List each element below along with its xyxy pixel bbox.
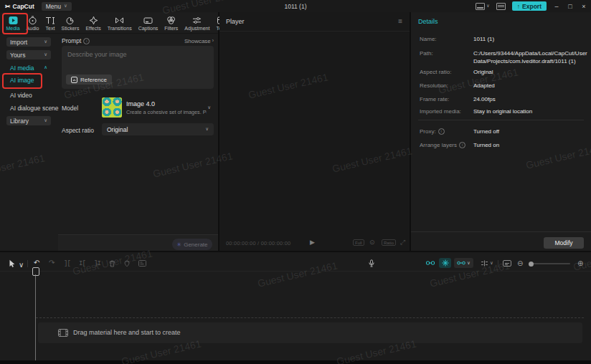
resolution-badge[interactable]: Full <box>353 239 364 246</box>
main-track-magnet-toggle[interactable] <box>424 258 436 268</box>
tab-label: Effects <box>85 26 100 31</box>
delete-right-button[interactable]: ]I <box>94 259 100 269</box>
showcase-link[interactable]: Showcase <box>184 37 214 44</box>
drop-hint-text: Drag material here and start to create <box>73 329 181 336</box>
sidebar-item-label: AI image <box>10 77 34 84</box>
chevron-down-icon <box>207 105 211 110</box>
export-button[interactable]: ↑ Export <box>512 1 547 11</box>
delete-button[interactable] <box>109 260 115 267</box>
playhead-handle[interactable] <box>32 267 39 276</box>
tab-adjustment[interactable]: Adjustment <box>181 14 213 31</box>
generate-button[interactable]: ✳ Generate <box>172 239 212 250</box>
delete-left-button[interactable]: I[ <box>79 259 85 269</box>
menu-button[interactable]: Menu <box>42 2 72 11</box>
maximize-button[interactable]: □ <box>567 3 574 10</box>
reference-label: Reference <box>80 77 107 83</box>
player-menu-icon[interactable]: ≡ <box>398 17 402 25</box>
player-panel: Player ≡ 00:00:00:00 / 00:00:00:00 ▶ Ful… <box>219 12 410 251</box>
timeline-zoom-slider[interactable] <box>529 263 570 264</box>
tab-stickers[interactable]: Stickers <box>58 14 82 31</box>
tab-effects[interactable]: Effects <box>82 14 104 31</box>
captions-icon <box>143 16 153 25</box>
chevron-up-icon <box>44 65 47 70</box>
tab-captions[interactable]: Captions <box>135 14 161 31</box>
close-button[interactable]: × <box>580 3 587 10</box>
tab-label: Adjustment <box>184 26 209 31</box>
slider-handle[interactable] <box>529 262 534 267</box>
preview-axis-icon <box>481 260 488 267</box>
sidebar-item-library[interactable]: Library <box>6 116 51 125</box>
linking-toggle[interactable] <box>454 258 473 268</box>
media-panel: Media Audio Text Stickers Effects Transi… <box>0 12 218 251</box>
track-divider-dashed <box>36 317 584 318</box>
capcut-window: ✂ CapCut Menu 1011 (1) ↑ Export – □ × <box>0 0 591 364</box>
divider <box>411 231 591 232</box>
sidebar-item-label: AI dialogue scene <box>10 105 59 112</box>
timeline-drop-zone[interactable]: Drag material here and start to create <box>38 322 582 343</box>
business-card-icon[interactable] <box>138 260 146 267</box>
minimize-button[interactable]: – <box>553 3 560 10</box>
sidebar-item-yours[interactable]: Yours <box>6 50 51 59</box>
chevron-right-icon <box>212 39 214 44</box>
zoom-out-icon[interactable]: ⊖ <box>517 259 523 268</box>
sidebar-item-ai-media[interactable]: AI media <box>6 63 51 72</box>
ratio-badge[interactable]: Ratio <box>382 239 396 246</box>
modify-label: Modify <box>554 239 572 246</box>
auto-snap-toggle[interactable] <box>439 258 451 268</box>
chevron-down-icon <box>490 261 493 266</box>
chevron-down-icon <box>44 118 47 123</box>
model-name: Image 4.0 <box>126 100 207 107</box>
tab-transitions[interactable]: Transitions <box>104 14 135 31</box>
magnet-icon <box>426 260 435 266</box>
sparkle-icon: ✳ <box>176 241 181 248</box>
quality-icon[interactable]: ⊙ <box>369 239 375 246</box>
undo-button[interactable]: ↶ <box>34 258 39 267</box>
release-notes-icon[interactable] <box>496 3 506 10</box>
sidebar-item-ai-video[interactable]: AI video <box>6 90 51 100</box>
marker-icon[interactable] <box>124 260 130 267</box>
text-icon <box>45 16 55 25</box>
tab-label: Stickers <box>61 26 79 31</box>
details-title: Details <box>418 18 438 25</box>
showcase-label: Showcase <box>184 38 211 44</box>
tab-label: Text <box>46 26 55 31</box>
model-select[interactable]: Image 4.0 Create a cohesive set of image… <box>102 97 214 118</box>
modify-button[interactable]: Modify <box>544 237 584 249</box>
info-icon <box>83 38 90 44</box>
tab-filters[interactable]: Filters <box>161 14 181 31</box>
split-button[interactable]: ][ <box>64 259 70 269</box>
microphone-icon[interactable] <box>369 259 374 267</box>
reference-button[interactable]: Reference <box>66 75 112 85</box>
render-preview-icon[interactable] <box>503 260 511 267</box>
play-button[interactable]: ▶ <box>310 239 315 246</box>
title-bar: ✂ CapCut Menu 1011 (1) ↑ Export – □ × <box>0 0 591 12</box>
redo-button[interactable]: ↷ <box>49 258 55 267</box>
zoom-in-icon[interactable]: ⊕ <box>577 259 583 268</box>
chevron-down-icon <box>64 4 67 9</box>
layout-switch-button[interactable] <box>476 3 490 10</box>
cursor-mode-chevron-icon[interactable] <box>19 260 24 269</box>
cursor-tool-icon[interactable] <box>9 259 16 267</box>
menu-label: Menu <box>46 3 61 10</box>
sidebar-item-ai-image[interactable]: AI image <box>6 75 51 85</box>
film-icon <box>58 329 68 337</box>
sidebar-item-label: Import <box>10 39 27 46</box>
tab-media[interactable]: Media <box>3 14 23 31</box>
preview-axis-toggle[interactable] <box>478 258 496 268</box>
info-icon <box>438 128 445 135</box>
sidebar-item-import[interactable]: Import <box>6 37 51 47</box>
info-icon <box>459 142 465 148</box>
tab-audio[interactable]: Audio <box>23 14 42 31</box>
model-label: Model <box>62 105 78 112</box>
generate-label: Generate <box>184 241 207 248</box>
divider <box>27 260 28 267</box>
tab-text[interactable]: Text <box>42 14 58 31</box>
sidebar-item-label: Yours <box>10 52 25 59</box>
prompt-label: Prompt <box>62 37 90 44</box>
prompt-input[interactable]: Describe your image Reference <box>62 46 214 89</box>
chevron-down-icon <box>44 52 47 57</box>
fullscreen-icon[interactable]: ⤢ <box>400 239 405 246</box>
link-icon <box>457 260 465 266</box>
aspect-ratio-select[interactable]: Original <box>102 123 214 135</box>
prompt-placeholder: Describe your image <box>67 51 127 58</box>
